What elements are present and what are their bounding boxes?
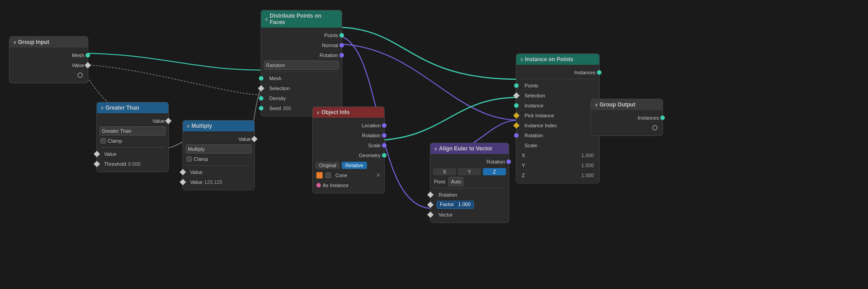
obj-asinstance-row: As Instance — [313, 180, 384, 190]
obj-rotation-socket — [382, 133, 386, 138]
iop-points-socket — [514, 83, 519, 88]
collapse-arrow-7[interactable]: ∨ — [520, 57, 523, 62]
ae-vector-row: Vector — [430, 210, 509, 220]
obj-geometry-socket — [382, 153, 386, 158]
group-input-node: ∨ Group Input Mesh Value — [9, 36, 88, 83]
gt-value-out-label: Value — [100, 151, 116, 157]
obj-cone-close[interactable]: ✕ — [376, 172, 381, 178]
ae-vector-label: Vector — [434, 212, 453, 217]
gt-threshold-value: 0.500 — [128, 161, 141, 167]
object-info-title: Object Info — [321, 109, 350, 116]
circle-row — [10, 70, 88, 80]
obj-location-row: Location — [313, 120, 384, 130]
relative-button[interactable]: Relative — [342, 162, 367, 169]
iop-scale-label-row: Scale: — [516, 140, 599, 150]
ae-rotation-in-socket — [427, 192, 434, 198]
iop-selection-socket — [513, 92, 520, 99]
gt-clamp-checkbox[interactable] — [100, 138, 106, 144]
ae-x-button[interactable]: X — [433, 168, 456, 175]
obj-rotation-row: Rotation — [313, 130, 384, 140]
ae-z-button[interactable]: Z — [483, 168, 506, 175]
output-circle — [77, 72, 83, 78]
value-output-socket — [85, 62, 91, 68]
ae-factor-row: Factor 1.000 — [430, 200, 509, 210]
dist-normal-row: Normal — [261, 40, 342, 50]
gt-value-out-row: Value — [97, 149, 168, 159]
iop-instances-socket — [597, 70, 601, 75]
gt-threshold-socket — [94, 161, 100, 167]
ae-factor-label: Factor — [440, 202, 454, 207]
distribute-points-node: ∨ Distribute Points on Faces Points Norm… — [261, 10, 342, 116]
mult-clamp-checkbox[interactable] — [186, 156, 192, 162]
collapse-arrow-6[interactable]: ∨ — [434, 146, 437, 151]
dist-mesh-label: Mesh — [265, 76, 281, 81]
collapse-arrow-8[interactable]: ∨ — [595, 102, 598, 107]
collapse-arrow-5[interactable]: ∨ — [316, 110, 320, 115]
distribute-title: Distribute Points on Faces — [270, 13, 338, 25]
dist-density-label: Density — [265, 96, 286, 101]
value-output-row: Value — [10, 60, 88, 70]
group-output-node: ∨ Group Output Instances — [591, 99, 663, 136]
iop-x-label: X — [522, 153, 525, 158]
iop-points-row: Points — [516, 81, 599, 91]
gt-threshold-row: Threshold 0.500 — [97, 159, 168, 169]
iop-z-label: Z — [522, 173, 525, 178]
collapse-arrow-3[interactable]: ∨ — [186, 124, 190, 129]
dist-seed-value: 300 — [283, 106, 291, 111]
original-button[interactable]: Original — [315, 162, 340, 169]
mult-val-value: 123.120 — [204, 179, 222, 185]
dist-select[interactable]: Random — [264, 61, 339, 70]
mesh-output-socket — [86, 53, 90, 58]
group-output-title: Group Output — [600, 101, 635, 108]
dist-rotation-row: Rotation — [261, 50, 342, 60]
iop-rotation-label: Rotation — [520, 133, 543, 138]
dist-separator — [265, 72, 338, 72]
collapse-arrow-4[interactable]: ∨ — [265, 17, 268, 22]
go-output-circle — [652, 125, 658, 130]
ae-factor-socket — [427, 202, 434, 208]
value-label: Value — [72, 63, 84, 68]
ae-rotation-out-row: Rotation — [430, 157, 509, 167]
iop-z-value: 1.000 — [581, 173, 594, 178]
ae-factor-field[interactable]: Factor 1.000 — [437, 201, 474, 209]
ae-pivot-select[interactable]: Auto — [448, 177, 463, 186]
iop-selection-row: Selection — [516, 91, 599, 101]
iop-instances-input-row: Instances — [516, 67, 599, 77]
go-instances-socket — [660, 116, 665, 120]
iop-scale-label: Scale: — [520, 143, 539, 148]
ae-separator — [434, 188, 505, 188]
iop-points-label: Points — [520, 83, 539, 88]
gt-select[interactable]: Greater Than — [100, 126, 166, 135]
greater-than-body: Value Greater Than Clamp Value Threshold… — [97, 113, 168, 172]
mult-select[interactable]: Multiply — [186, 144, 252, 154]
collapse-arrow[interactable]: ∨ — [13, 40, 16, 45]
iop-instances-in-label: Instances — [574, 70, 596, 75]
obj-scale-label: Scale — [368, 143, 381, 148]
mesh-label: Mesh — [72, 53, 84, 58]
ae-y-button[interactable]: Y — [458, 168, 481, 175]
multiply-title: Multiply — [191, 123, 212, 129]
ae-vector-socket — [427, 212, 434, 218]
dist-rotation-socket — [339, 53, 344, 58]
mult-value-label: Value — [238, 136, 251, 142]
greater-than-node: ∨ Greater Than Value Greater Than Clamp … — [96, 102, 169, 172]
collapse-arrow-2[interactable]: ∨ — [100, 106, 104, 111]
greater-than-header: ∨ Greater Than — [97, 102, 168, 113]
obj-location-label: Location — [362, 123, 381, 128]
gt-threshold-label: Threshold — [100, 161, 126, 167]
instance-title: Instance on Points — [525, 56, 573, 63]
dist-seed-label: Seed — [265, 106, 281, 111]
iop-selection-label: Selection — [520, 93, 545, 98]
dist-mesh-input-row: Mesh — [261, 73, 342, 83]
gt-select-row: Greater Than — [97, 126, 168, 136]
object-info-body: Location Rotation Scale Geometry Origina… — [313, 118, 384, 193]
multiply-body: Value Multiply Clamp Value Value 123.120 — [183, 131, 254, 190]
iop-instance-label: Instance — [520, 103, 544, 108]
iop-pick-socket — [513, 112, 520, 119]
obj-asinstance-label: As Instance — [323, 183, 348, 188]
obj-name-checkbox — [325, 173, 331, 178]
mult-value-out-socket — [180, 169, 186, 175]
dist-selection-socket — [258, 85, 264, 92]
iop-pick-label: Pick Instance — [520, 113, 554, 118]
dist-density-row: Density — [261, 93, 342, 103]
